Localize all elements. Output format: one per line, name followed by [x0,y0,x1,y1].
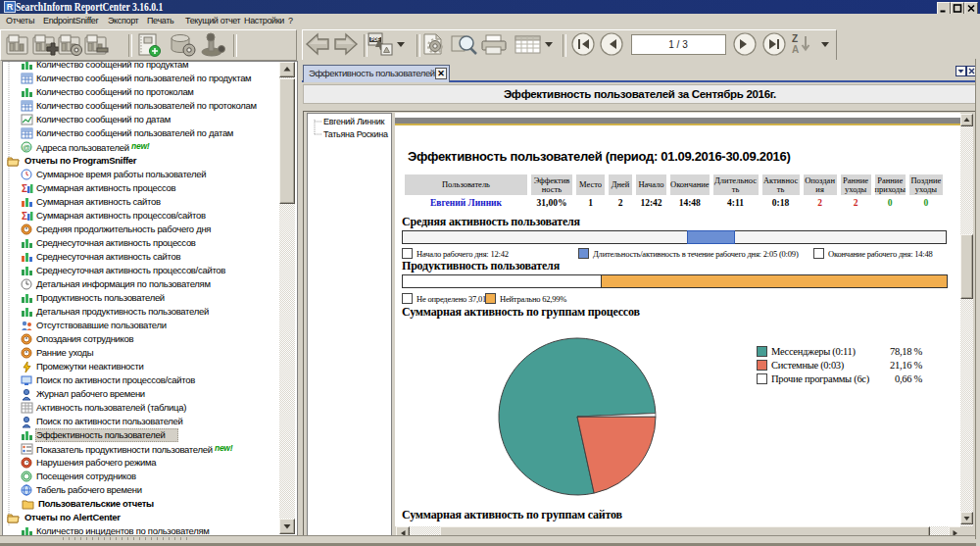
svg-text:Σ: Σ [22,211,27,222]
svg-text:A: A [792,44,799,55]
svg-text:1 / 3: 1 / 3 [668,39,688,50]
svg-text:Z: Z [792,33,798,44]
svg-text:Σ: Σ [22,183,27,194]
svg-text:@: @ [23,143,30,152]
